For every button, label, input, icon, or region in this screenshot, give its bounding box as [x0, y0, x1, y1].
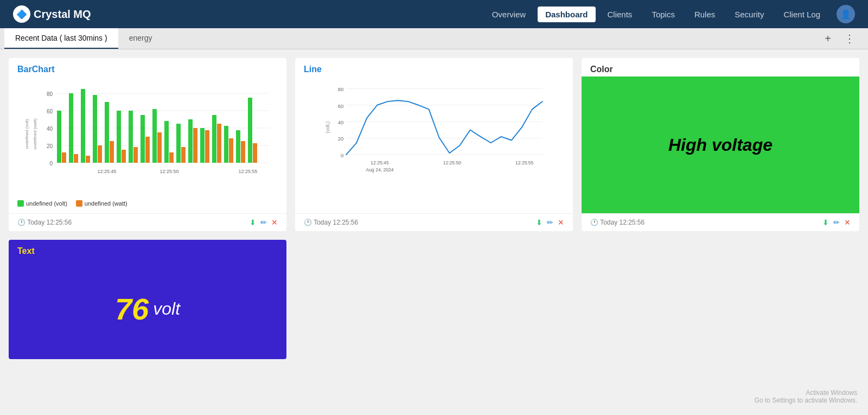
line-download-button[interactable]: ⬇: [536, 218, 542, 227]
svg-rect-13: [62, 152, 66, 163]
widget-row-bottom: Text 76 volt: [9, 240, 859, 359]
tabs-bar: Recent Data ( last 30mins ) energy + ⋮: [0, 28, 868, 49]
svg-rect-42: [224, 126, 228, 163]
nav-security[interactable]: Security: [727, 7, 771, 22]
svg-text:0: 0: [49, 161, 53, 167]
svg-text:undefined (volt): undefined (volt): [24, 119, 29, 149]
svg-rect-37: [193, 128, 197, 163]
line-title: Line: [295, 58, 573, 76]
svg-rect-40: [212, 115, 216, 163]
svg-rect-15: [74, 154, 78, 163]
barchart-download-button[interactable]: ⬇: [250, 218, 256, 227]
legend-watt: undefined (watt): [76, 200, 127, 207]
tab-recent-data[interactable]: Recent Data ( last 30mins ): [4, 28, 118, 49]
nav-overview[interactable]: Overview: [484, 7, 534, 22]
svg-rect-35: [181, 147, 186, 163]
color-widget: Color High voltage 🕐 Today 12:25:56 ⬇ ✏ …: [582, 58, 859, 231]
svg-rect-38: [200, 128, 205, 163]
line-widget: Line 80 60 40 20 0 (volt,): [295, 58, 573, 231]
tab-energy[interactable]: energy: [118, 28, 163, 49]
svg-rect-25: [129, 111, 133, 163]
barchart-chart: 80 60 40 20 0 undefined (volt) undefined…: [17, 85, 278, 194]
color-title: Color: [582, 58, 859, 76]
svg-rect-14: [69, 93, 73, 163]
svg-text:80: 80: [47, 91, 53, 97]
svg-text:12:25:50: 12:25:50: [159, 169, 178, 174]
widget-row-top: BarChart 80 60 40 20 0 undefined (volt) …: [9, 58, 859, 231]
color-download-button[interactable]: ⬇: [822, 218, 829, 227]
svg-text:12:25:45: 12:25:45: [371, 160, 389, 165]
svg-rect-27: [141, 115, 145, 163]
barchart-svg: 80 60 40 20 0 undefined (volt) undefined…: [17, 85, 278, 194]
barchart-edit-button[interactable]: ✏: [260, 218, 267, 227]
legend-volt-dot: [17, 200, 24, 207]
svg-rect-29: [152, 109, 157, 163]
svg-text:(volt,): (volt,): [325, 122, 330, 133]
barchart-delete-button[interactable]: ✕: [271, 218, 278, 227]
add-tab-button[interactable]: +: [820, 30, 835, 47]
line-timestamp: 🕐 Today 12:25:56: [304, 219, 358, 226]
nav-dashboard[interactable]: Dashboard: [538, 7, 595, 22]
tabs-actions: + ⋮: [820, 30, 864, 47]
svg-rect-34: [176, 124, 181, 163]
text-widget-title: Text: [9, 240, 286, 258]
svg-rect-31: [164, 121, 169, 163]
svg-text:12:25:55: 12:25:55: [238, 169, 257, 174]
line-edit-button[interactable]: ✏: [547, 218, 553, 227]
svg-rect-47: [253, 143, 257, 163]
clock-icon: 🕐: [17, 219, 25, 226]
svg-rect-30: [157, 132, 162, 163]
svg-text:60: 60: [47, 108, 53, 114]
svg-rect-26: [133, 147, 138, 163]
svg-rect-17: [86, 156, 90, 163]
color-value-text: High voltage: [668, 135, 773, 155]
svg-rect-16: [81, 89, 85, 163]
color-display: High voltage: [582, 76, 859, 213]
linechart-chart: 80 60 40 20 0 (volt,): [304, 81, 564, 189]
svg-text:40: 40: [338, 119, 344, 125]
main-content: BarChart 80 60 40 20 0 undefined (volt) …: [0, 49, 868, 368]
color-timestamp: 🕐 Today 12:25:56: [590, 219, 644, 226]
svg-rect-44: [236, 130, 240, 163]
svg-rect-43: [229, 138, 233, 163]
svg-text:40: 40: [47, 126, 53, 132]
nav-topics[interactable]: Topics: [644, 7, 682, 22]
color-delete-button[interactable]: ✕: [844, 218, 851, 227]
svg-text:12:25:45: 12:25:45: [97, 169, 116, 174]
nav-clients[interactable]: Clients: [600, 7, 640, 22]
svg-rect-32: [169, 152, 174, 163]
svg-rect-12: [57, 111, 61, 163]
svg-text:0: 0: [341, 152, 343, 158]
color-edit-button[interactable]: ✏: [833, 218, 840, 227]
nav-rules[interactable]: Rules: [687, 7, 723, 22]
more-options-button[interactable]: ⋮: [840, 30, 859, 47]
svg-text:80: 80: [338, 86, 344, 92]
linechart-svg: 80 60 40 20 0 (volt,): [304, 81, 564, 189]
barchart-timestamp: 🕐 Today 12:25:56: [17, 219, 72, 226]
line-delete-button[interactable]: ✕: [558, 218, 564, 227]
svg-rect-24: [122, 150, 126, 163]
svg-rect-23: [117, 111, 121, 163]
svg-text:Aug 24, 2024: Aug 24, 2024: [366, 167, 394, 173]
svg-rect-45: [241, 141, 245, 163]
svg-rect-36: [188, 119, 193, 163]
line-footer: 🕐 Today 12:25:56 ⬇ ✏ ✕: [295, 213, 573, 231]
nav-links: Overview Dashboard Clients Topics Rules …: [484, 7, 828, 22]
nav-client-log[interactable]: Client Log: [776, 7, 828, 22]
line-body: 80 60 40 20 0 (volt,): [295, 76, 573, 213]
svg-rect-28: [145, 137, 150, 163]
barchart-actions: ⬇ ✏ ✕: [250, 218, 278, 227]
barchart-legend: undefined (volt) undefined (watt): [17, 198, 278, 209]
app-logo: 🔷 Crystal MQ: [13, 5, 91, 23]
color-actions: ⬇ ✏ ✕: [822, 218, 851, 227]
user-avatar[interactable]: 👤: [837, 5, 855, 23]
svg-rect-41: [217, 124, 221, 163]
svg-text:20: 20: [47, 143, 53, 149]
svg-rect-39: [205, 130, 209, 163]
color-footer: 🕐 Today 12:25:56 ⬇ ✏ ✕: [582, 213, 859, 231]
barchart-title: BarChart: [9, 58, 286, 76]
svg-rect-46: [248, 98, 252, 163]
legend-volt: undefined (volt): [17, 200, 67, 207]
svg-text:20: 20: [338, 136, 344, 142]
barchart-body: 80 60 40 20 0 undefined (volt) undefined…: [9, 76, 286, 213]
